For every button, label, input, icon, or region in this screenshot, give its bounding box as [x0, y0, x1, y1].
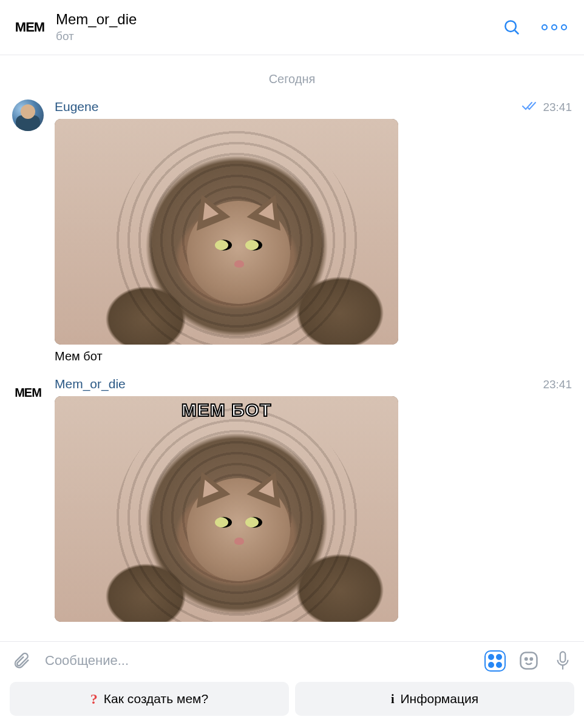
- svg-point-0: [505, 21, 516, 32]
- search-icon[interactable]: [503, 18, 521, 36]
- chat-header: MEM Mem_or_die бот: [0, 0, 584, 55]
- read-receipt-icon: [522, 101, 537, 114]
- image-attachment[interactable]: МЕМ БОТ: [55, 396, 398, 622]
- mem-logo-text: MEM: [15, 19, 44, 35]
- svg-point-4: [531, 658, 532, 659]
- quick-button-info[interactable]: i Информация: [295, 682, 574, 716]
- sender-name[interactable]: Eugene: [55, 99, 98, 114]
- message: Eugene 23:41 Мем бот: [12, 99, 572, 363]
- sticker-icon[interactable]: [518, 650, 539, 671]
- chat-title: Mem_or_die: [56, 11, 503, 29]
- info-icon: i: [391, 692, 395, 706]
- quick-button-how-to[interactable]: ? Как создать мем?: [10, 682, 289, 716]
- svg-line-1: [515, 30, 518, 34]
- apps-icon[interactable]: [484, 650, 505, 671]
- header-title-block[interactable]: Mem_or_die бот: [56, 11, 503, 44]
- svg-rect-5: [560, 652, 566, 662]
- composer-area: Сообщение... ? Как создать мем? i Информ…: [0, 641, 584, 728]
- sender-avatar[interactable]: [12, 99, 44, 131]
- question-icon: ?: [90, 691, 98, 707]
- chat-area: Сегодня Eugene 23:41 Мем бот: [0, 55, 584, 646]
- mem-logo-text: MEM: [15, 386, 41, 400]
- voice-icon[interactable]: [552, 650, 573, 671]
- message-caption: Мем бот: [55, 349, 572, 363]
- meme-overlay-text: МЕМ БОТ: [55, 400, 398, 420]
- message-time: 23:41: [543, 378, 572, 391]
- quick-button-label: Как создать мем?: [104, 692, 208, 706]
- bot-avatar[interactable]: MEM: [12, 10, 47, 45]
- attach-icon[interactable]: [11, 650, 32, 671]
- message: MEM Mem_or_die 23:41 МЕМ БОТ: [12, 377, 572, 622]
- date-separator: Сегодня: [12, 66, 572, 99]
- image-attachment[interactable]: [55, 119, 398, 345]
- sender-name[interactable]: Mem_or_die: [55, 377, 126, 391]
- svg-rect-2: [521, 653, 537, 669]
- message-input[interactable]: Сообщение...: [45, 653, 471, 669]
- sender-avatar[interactable]: MEM: [12, 377, 44, 408]
- more-icon[interactable]: [542, 24, 567, 30]
- message-time: 23:41: [543, 101, 572, 114]
- chat-subtitle: бот: [56, 30, 503, 44]
- quick-button-label: Информация: [400, 692, 478, 706]
- svg-point-3: [525, 658, 527, 659]
